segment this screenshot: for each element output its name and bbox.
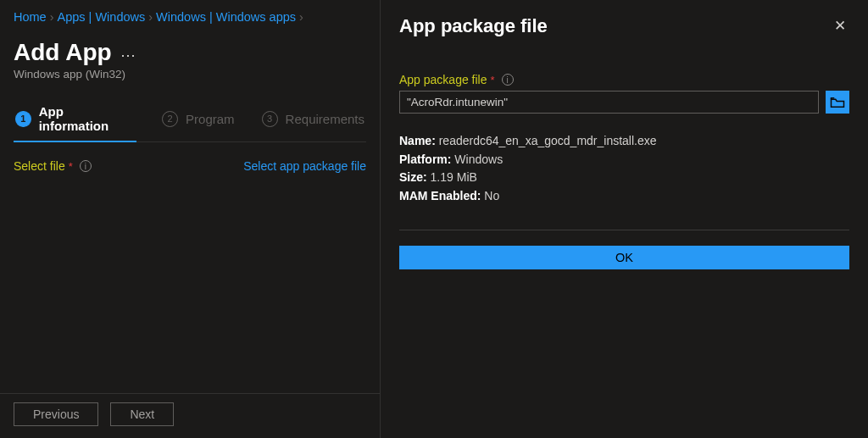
meta-size: Size: 1.19 MiB: [399, 169, 849, 187]
wizard-tabs: 1 App information 2 Program 3 Requiremen…: [14, 104, 366, 142]
select-file-row: Select file * i Select app package file: [14, 159, 366, 173]
panel-divider: [399, 230, 849, 230]
tab-label: Program: [186, 112, 235, 126]
browse-file-button[interactable]: [826, 91, 849, 114]
tab-app-information[interactable]: 1 App information: [14, 104, 136, 141]
chevron-right-icon: ›: [50, 10, 54, 24]
next-button[interactable]: Next: [110, 402, 174, 426]
meta-platform-value: Windows: [454, 152, 503, 166]
step-number-icon: 3: [262, 111, 278, 127]
app-package-file-input[interactable]: [399, 91, 819, 114]
breadcrumb-apps-windows[interactable]: Apps | Windows: [58, 10, 146, 24]
ok-button[interactable]: OK: [399, 246, 849, 269]
select-file-label-text: Select file: [14, 159, 65, 173]
tab-label: App information: [39, 104, 135, 133]
info-icon[interactable]: i: [502, 74, 514, 86]
left-pane: Home › Apps | Windows › Windows | Window…: [0, 0, 380, 438]
package-meta-block: Name: readerdc64_en_xa_gocd_mdr_install.…: [399, 132, 849, 206]
file-picker-row: [399, 91, 849, 114]
chevron-right-icon: ›: [299, 10, 303, 24]
meta-name-value: readerdc64_en_xa_gocd_mdr_install.exe: [439, 134, 657, 147]
breadcrumb: Home › Apps | Windows › Windows | Window…: [14, 10, 366, 24]
meta-size-value: 1.19 MiB: [431, 170, 477, 184]
field-label-text: App package file: [399, 73, 487, 86]
required-asterisk-icon: *: [491, 74, 495, 86]
page-title: Add App: [14, 39, 112, 66]
required-asterisk-icon: *: [69, 160, 73, 173]
tab-label: Requirements: [286, 112, 364, 126]
panel-title: App package file: [399, 15, 548, 37]
meta-platform-label: Platform:: [399, 152, 451, 166]
info-icon[interactable]: i: [80, 160, 92, 172]
previous-button[interactable]: Previous: [14, 402, 98, 426]
footer-bar: Previous Next: [0, 393, 380, 438]
app-package-file-panel: App package file ✕ App package file * i …: [380, 0, 868, 438]
breadcrumb-home[interactable]: Home: [14, 10, 47, 24]
page-subtitle: Windows app (Win32): [14, 68, 366, 80]
meta-mam: MAM Enabled: No: [399, 187, 849, 206]
meta-name: Name: readerdc64_en_xa_gocd_mdr_install.…: [399, 132, 849, 151]
page-heading: Add App ⋯: [14, 39, 366, 66]
meta-platform: Platform: Windows: [399, 151, 849, 169]
step-number-icon: 1: [15, 111, 31, 127]
meta-mam-label: MAM Enabled:: [399, 189, 481, 202]
tab-program[interactable]: 2 Program: [160, 104, 236, 141]
tab-requirements[interactable]: 3 Requirements: [260, 104, 366, 141]
close-icon[interactable]: ✕: [831, 15, 849, 36]
folder-open-icon: [830, 97, 845, 108]
select-app-package-file-link[interactable]: Select app package file: [243, 159, 366, 173]
chevron-right-icon: ›: [148, 10, 153, 24]
breadcrumb-windows-apps[interactable]: Windows | Windows apps: [156, 10, 296, 24]
select-file-label: Select file * i: [14, 159, 92, 173]
meta-name-label: Name:: [399, 134, 436, 147]
panel-header: App package file ✕: [399, 15, 849, 37]
meta-mam-value: No: [484, 189, 499, 202]
step-number-icon: 2: [162, 111, 178, 127]
more-icon[interactable]: ⋯: [120, 46, 136, 64]
app-package-file-field-label: App package file * i: [399, 73, 849, 86]
meta-size-label: Size:: [399, 170, 427, 184]
